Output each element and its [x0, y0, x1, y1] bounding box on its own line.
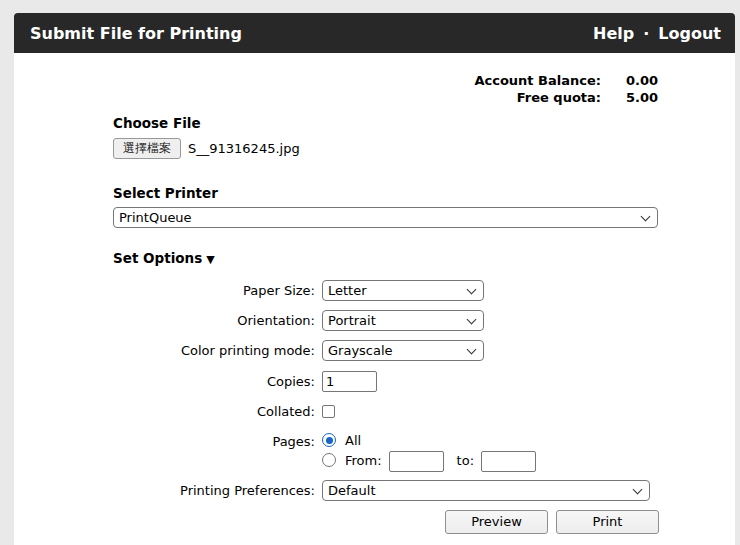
- paper-size-row: Paper Size: Letter: [14, 280, 484, 301]
- collated-row: Collated:: [14, 401, 335, 419]
- color-mode-select[interactable]: Grayscale: [322, 340, 484, 361]
- app-window: Submit File for Printing Help · Logout A…: [14, 13, 735, 545]
- main-content: Account Balance: 0.00 Free quota: 5.00 C…: [14, 53, 735, 545]
- preview-button[interactable]: Preview: [445, 510, 548, 534]
- file-input-row: 選擇檔案 S__91316245.jpg: [113, 138, 300, 159]
- set-options-label: Set Options: [113, 250, 202, 266]
- preferences-row: Printing Preferences: Default: [14, 480, 650, 501]
- chevron-down-icon: [467, 285, 477, 295]
- printer-select-value: PrintQueue: [119, 210, 192, 225]
- orientation-row: Orientation: Portrait: [14, 310, 484, 331]
- pages-range-radio[interactable]: [322, 453, 336, 467]
- copies-label: Copies:: [14, 371, 315, 389]
- free-quota-value: 5.00: [613, 90, 658, 105]
- color-mode-value: Grayscale: [328, 343, 393, 358]
- account-balance-value: 0.00: [613, 73, 658, 88]
- action-buttons: Preview Print: [445, 510, 659, 534]
- pages-label: Pages:: [14, 431, 315, 449]
- logout-link[interactable]: Logout: [658, 24, 721, 43]
- orientation-label: Orientation:: [14, 310, 315, 328]
- choose-file-button[interactable]: 選擇檔案: [113, 138, 181, 159]
- chevron-down-icon: [467, 315, 477, 325]
- selected-filename: S__91316245.jpg: [188, 141, 300, 156]
- collated-label: Collated:: [14, 401, 315, 419]
- printer-select[interactable]: PrintQueue: [113, 207, 658, 228]
- pages-to-label: to:: [457, 451, 474, 468]
- pages-all-label: All: [345, 431, 361, 448]
- chevron-down-icon: [633, 485, 643, 495]
- pages-row: Pages: All From: to:: [14, 431, 536, 472]
- pages-to-input[interactable]: [481, 451, 536, 472]
- account-balance-label: Account Balance:: [474, 73, 601, 88]
- pages-from-label: From:: [345, 451, 382, 468]
- preferences-label: Printing Preferences:: [14, 480, 315, 498]
- account-info: Account Balance: 0.00 Free quota: 5.00: [474, 73, 658, 105]
- help-link[interactable]: Help: [593, 24, 634, 43]
- page-title: Submit File for Printing: [30, 24, 242, 43]
- choose-file-heading: Choose File: [113, 115, 201, 131]
- collated-checkbox[interactable]: [322, 405, 335, 418]
- pages-range-option: From: to:: [322, 451, 536, 472]
- chevron-down-icon: [467, 345, 477, 355]
- titlebar-separator: ·: [643, 24, 649, 43]
- pages-all-radio[interactable]: [322, 433, 336, 447]
- preferences-value: Default: [328, 483, 376, 498]
- pages-all-option: All: [322, 431, 536, 448]
- color-mode-row: Color printing mode: Grayscale: [14, 340, 484, 361]
- paper-size-label: Paper Size:: [14, 280, 315, 298]
- paper-size-value: Letter: [328, 283, 367, 298]
- orientation-select[interactable]: Portrait: [322, 310, 484, 331]
- color-mode-label: Color printing mode:: [14, 340, 315, 358]
- copies-row: Copies:: [14, 371, 377, 392]
- preferences-select[interactable]: Default: [322, 480, 650, 501]
- select-printer-heading: Select Printer: [113, 185, 218, 201]
- titlebar: Submit File for Printing Help · Logout: [14, 13, 735, 53]
- set-options-heading[interactable]: Set Options▼: [113, 250, 215, 266]
- copies-input[interactable]: [322, 371, 377, 392]
- orientation-value: Portrait: [328, 313, 376, 328]
- collapse-triangle-icon: ▼: [206, 253, 214, 266]
- pages-from-input[interactable]: [389, 451, 444, 472]
- free-quota-label: Free quota:: [474, 90, 601, 105]
- paper-size-select[interactable]: Letter: [322, 280, 484, 301]
- print-button[interactable]: Print: [556, 510, 659, 534]
- chevron-down-icon: [641, 212, 651, 222]
